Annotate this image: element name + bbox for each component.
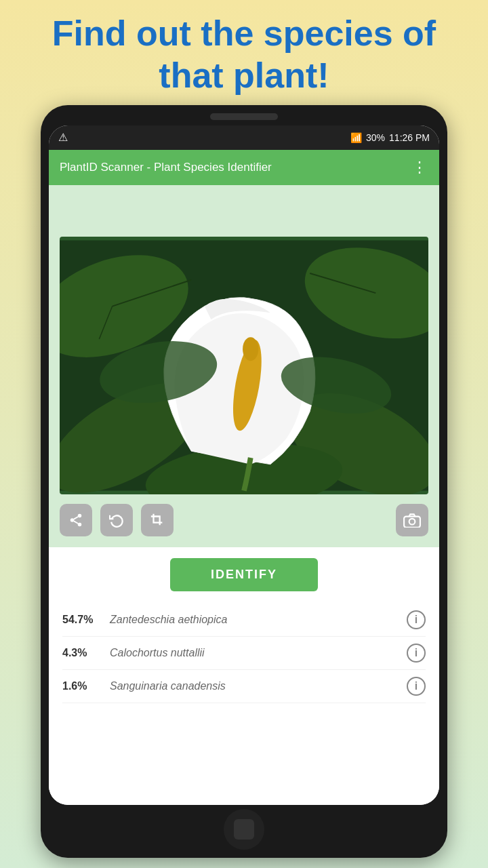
headline-line2: that plant! (159, 56, 329, 95)
svg-line-16 (74, 521, 78, 524)
info-button-2[interactable]: i (407, 644, 426, 663)
app-title: PlantID Scanner - Plant Species Identifi… (60, 161, 272, 174)
result-row-2: 4.3% Calochortus nuttallii i (62, 637, 426, 670)
result-percent-2: 4.3% (62, 647, 110, 659)
info-button-3[interactable]: i (407, 677, 426, 696)
svg-point-14 (70, 518, 75, 522)
info-button-1[interactable]: i (407, 610, 426, 629)
result-percent-3: 1.6% (62, 680, 110, 692)
result-name-2: Calochortus nuttallii (110, 647, 407, 659)
results-section: IDENTIFY 54.7% Zantedeschia aethiopica i… (49, 547, 439, 805)
wifi-icon: 📶 (350, 132, 362, 143)
time-text: 11:26 PM (389, 132, 430, 143)
status-bar: ⚠ 📶 30% 11:26 PM (49, 125, 439, 150)
svg-point-15 (78, 522, 82, 526)
headline: Find out the species of that plant! (25, 0, 463, 105)
result-name-3: Sanguinaria canadensis (110, 680, 407, 692)
result-name-1: Zantedeschia aethiopica (110, 614, 407, 626)
svg-line-17 (74, 517, 78, 519)
svg-point-13 (78, 514, 82, 518)
warning-icon: ⚠ (58, 131, 68, 144)
plant-image (60, 237, 428, 494)
share-button[interactable] (60, 504, 92, 536)
phone-speaker (210, 113, 278, 120)
camera-button[interactable] (396, 504, 428, 536)
headline-line1: Find out the species of (52, 14, 436, 53)
app-bar: PlantID Scanner - Plant Species Identifi… (49, 150, 439, 185)
identify-button[interactable]: IDENTIFY (170, 558, 318, 591)
result-percent-1: 54.7% (62, 614, 110, 626)
svg-point-10 (243, 337, 258, 361)
result-row-1: 54.7% Zantedeschia aethiopica i (62, 604, 426, 637)
svg-point-19 (409, 519, 415, 525)
top-green-strip (60, 196, 428, 230)
left-icons (60, 504, 174, 536)
result-row-3: 1.6% Sanguinaria canadensis i (62, 670, 426, 703)
menu-button[interactable]: ⋮ (412, 159, 428, 176)
refresh-button[interactable] (100, 504, 133, 536)
home-button[interactable] (224, 809, 264, 850)
battery-text: 30% (366, 132, 385, 143)
crop-button[interactable] (141, 504, 174, 536)
phone-screen: ⚠ 📶 30% 11:26 PM PlantID Scanner - Plant… (49, 125, 439, 805)
phone-frame: ⚠ 📶 30% 11:26 PM PlantID Scanner - Plant… (41, 105, 447, 858)
image-section (49, 185, 439, 547)
icon-row (60, 501, 428, 540)
